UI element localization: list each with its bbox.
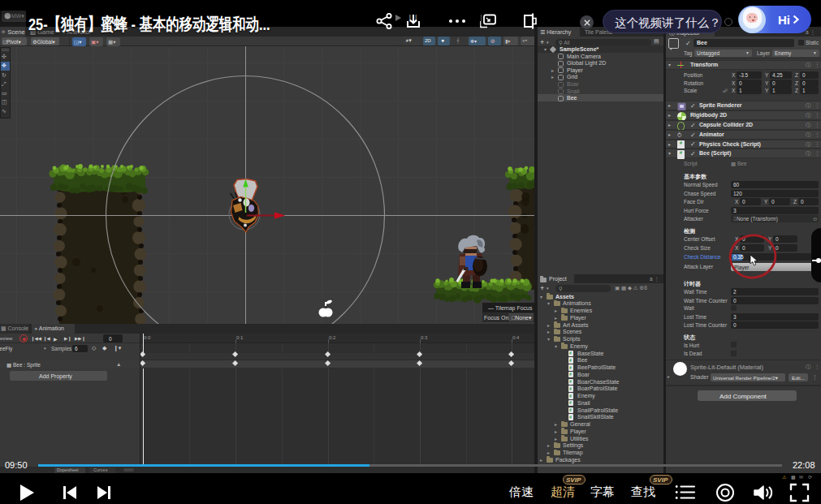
svg-text:— Tilemap Focus: — Tilemap Focus bbox=[488, 305, 533, 312]
svg-text:Focus On: Focus On bbox=[484, 315, 508, 321]
svg-text:□None▾: □None▾ bbox=[512, 315, 532, 321]
